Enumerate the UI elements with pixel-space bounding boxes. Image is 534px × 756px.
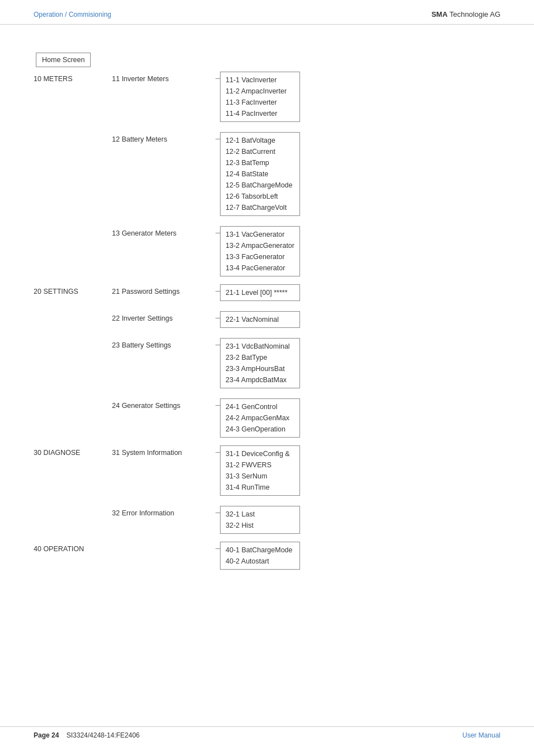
list-item: 11-2 AmpacInverter [226, 86, 294, 97]
list-item: 31-2 FWVERS [226, 459, 294, 471]
connector-cell [216, 226, 220, 281]
header-brand: SMA Technologie AG [432, 10, 500, 18]
tree-row: 24 Generator Settings24-1 GenControl24-2… [34, 398, 300, 442]
connector-cell [216, 338, 220, 393]
level1-cell [34, 311, 112, 332]
level2-cell: 24 Generator Settings [112, 398, 216, 442]
level1-cell: 30 DIAGNOSE [34, 445, 112, 500]
level3-cell: 12-1 BatVoltage12-2 BatCurrent12-3 BatTe… [220, 132, 300, 220]
connector-cell [216, 284, 220, 306]
header-section: Operation / Commisioning [34, 11, 111, 18]
level1-cell: 10 METERS [34, 72, 112, 126]
list-item: 12-1 BatVoltage [226, 135, 294, 146]
level2-cell: 12 Battery Meters [112, 132, 216, 220]
list-item: 23-2 BatType [226, 352, 294, 363]
level3-box: 24-1 GenControl24-2 AmpacGenMax24-3 GenO… [220, 398, 300, 438]
list-item: 31-3 SerNum [226, 471, 294, 482]
spacer-row [34, 306, 300, 311]
tree-row: 12 Battery Meters12-1 BatVoltage12-2 Bat… [34, 132, 300, 220]
page-content: Home Screen 10 METERS11 Inverter Meters1… [0, 41, 534, 597]
connector-cell [216, 398, 220, 442]
level3-box: 21-1 Level [00] ***** [220, 284, 300, 301]
tree-row: 30 DIAGNOSE31 System Information31-1 Dev… [34, 445, 300, 500]
level2-cell: 32 Error Information [112, 506, 216, 538]
level3-cell: 40-1 BatChargeMode40-2 Autostart [220, 542, 300, 574]
list-item: 24-3 GenOperation [226, 424, 294, 435]
diagram-table: 10 METERS11 Inverter Meters11-1 VacInver… [34, 72, 300, 574]
connector-cell [216, 445, 220, 500]
spacer-row [34, 500, 300, 506]
level1-cell [34, 398, 112, 442]
level3-box: 40-1 BatChargeMode40-2 Autostart [220, 542, 300, 570]
list-item: 11-3 FacInverter [226, 97, 294, 108]
list-item: 23-4 AmpdcBatMax [226, 374, 294, 386]
footer-right: User Manual [462, 731, 500, 739]
level1-cell [34, 132, 112, 220]
level2-cell [112, 542, 216, 574]
level3-cell: 32-1 Last32-2 Hist [220, 506, 300, 538]
footer-left: Page 24 SI3324/4248-14:FE2406 [34, 731, 140, 739]
level1-cell: 40 OPERATION [34, 542, 112, 574]
list-item: 13-2 AmpacGenerator [226, 240, 294, 251]
level2-cell: 31 System Information [112, 445, 216, 500]
page-header: Operation / Commisioning SMA Technologie… [0, 0, 534, 25]
list-item: 13-1 VacGenerator [226, 229, 294, 240]
level1-cell: 20 SETTINGS [34, 284, 112, 306]
list-item: 12-5 BatChargeMode [226, 180, 294, 191]
level3-cell: 13-1 VacGenerator13-2 AmpacGenerator13-3… [220, 226, 300, 281]
level3-box: 12-1 BatVoltage12-2 BatCurrent12-3 BatTe… [220, 132, 300, 216]
list-item: 40-2 Autostart [226, 556, 294, 567]
level2-cell: 11 Inverter Meters [112, 72, 216, 126]
list-item: 24-2 AmpacGenMax [226, 412, 294, 424]
level2-cell: 21 Password Settings [112, 284, 216, 306]
tree-row: 22 Inverter Settings22-1 VacNominal [34, 311, 300, 332]
level3-box: 32-1 Last32-2 Hist [220, 506, 300, 534]
list-item: 24-1 GenControl [226, 401, 294, 412]
level3-box: 11-1 VacInverter11-2 AmpacInverter11-3 F… [220, 72, 300, 122]
list-item: 12-4 BatState [226, 168, 294, 180]
list-item: 32-2 Hist [226, 520, 294, 531]
connector-cell [216, 542, 220, 574]
level3-box: 23-1 VdcBatNominal23-2 BatType23-3 AmpHo… [220, 338, 300, 388]
connector-cell [216, 132, 220, 220]
level1-cell [34, 338, 112, 393]
level2-cell: 13 Generator Meters [112, 226, 216, 281]
home-screen-box: Home Screen [36, 53, 91, 67]
list-item: 31-1 DeviceConfig & [226, 448, 294, 459]
connector-cell [216, 72, 220, 126]
list-item: 13-3 FacGenerator [226, 251, 294, 262]
spacer-row [34, 332, 300, 338]
list-item: 12-2 BatCurrent [226, 146, 294, 157]
tree-row: 23 Battery Settings23-1 VdcBatNominal23-… [34, 338, 300, 393]
list-item: 21-1 Level [00] ***** [226, 287, 294, 298]
level2-cell: 22 Inverter Settings [112, 311, 216, 332]
list-item: 12-3 BatTemp [226, 157, 294, 168]
spacer-row [34, 126, 300, 132]
level2-cell: 23 Battery Settings [112, 338, 216, 393]
level3-cell: 11-1 VacInverter11-2 AmpacInverter11-3 F… [220, 72, 300, 126]
tree-row: 40 OPERATION40-1 BatChargeMode40-2 Autos… [34, 542, 300, 574]
level3-cell: 24-1 GenControl24-2 AmpacGenMax24-3 GenO… [220, 398, 300, 442]
list-item: 32-1 Last [226, 509, 294, 520]
list-item: 11-4 PacInverter [226, 108, 294, 119]
list-item: 13-4 PacGenerator [226, 262, 294, 274]
list-item: 22-1 VacNominal [226, 314, 294, 325]
list-item: 12-6 TabsorbLeft [226, 191, 294, 202]
level3-box: 22-1 VacNominal [220, 311, 300, 328]
level3-cell: 31-1 DeviceConfig &31-2 FWVERS31-3 SerNu… [220, 445, 300, 500]
tree-row: 32 Error Information32-1 Last32-2 Hist [34, 506, 300, 538]
tree-row: 10 METERS11 Inverter Meters11-1 VacInver… [34, 72, 300, 126]
list-item: 23-3 AmpHoursBat [226, 363, 294, 374]
tree-row: 20 SETTINGS21 Password Settings21-1 Leve… [34, 284, 300, 306]
level1-cell [34, 506, 112, 538]
list-item: 12-7 BatChargeVolt [226, 202, 294, 213]
connector-cell [216, 506, 220, 538]
level3-cell: 21-1 Level [00] ***** [220, 284, 300, 306]
level1-cell [34, 226, 112, 281]
tree-row: 13 Generator Meters13-1 VacGenerator13-2… [34, 226, 300, 281]
menu-tree: Home Screen 10 METERS11 Inverter Meters1… [34, 53, 500, 574]
level3-cell: 23-1 VdcBatNominal23-2 BatType23-3 AmpHo… [220, 338, 300, 393]
list-item: 31-4 RunTime [226, 482, 294, 493]
spacer-row [34, 220, 300, 226]
level3-cell: 22-1 VacNominal [220, 311, 300, 332]
